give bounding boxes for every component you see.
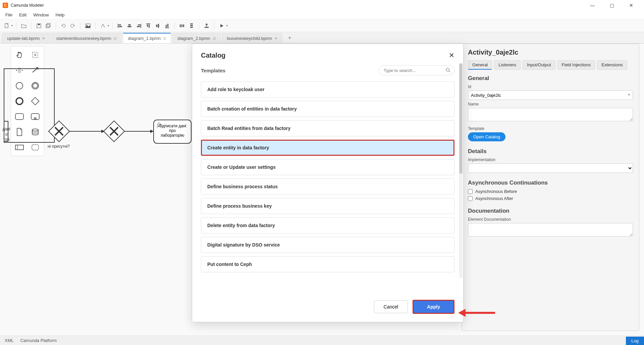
- log-button[interactable]: Log: [626, 337, 644, 345]
- minimize-button[interactable]: —: [586, 1, 599, 10]
- close-button[interactable]: ✕: [625, 1, 638, 10]
- tab-bussineskeychild[interactable]: bussineskeychild.bpmn×: [222, 33, 282, 43]
- align-right-icon[interactable]: [135, 22, 143, 30]
- maximize-button[interactable]: ▢: [605, 1, 619, 10]
- align-bottom-icon[interactable]: [163, 22, 171, 30]
- start-event-icon[interactable]: [13, 79, 26, 92]
- separator: [95, 22, 96, 29]
- search-input[interactable]: [379, 65, 454, 75]
- svg-rect-26: [181, 24, 182, 27]
- svg-point-58: [157, 123, 161, 126]
- save-all-icon[interactable]: [44, 22, 52, 30]
- xml-view-button[interactable]: XML: [5, 338, 14, 343]
- save-icon[interactable]: [35, 22, 43, 30]
- new-file-icon[interactable]: [3, 22, 11, 30]
- open-file-icon[interactable]: [20, 22, 28, 30]
- tab-listeners[interactable]: Listeners: [494, 60, 521, 70]
- file-tabs: update-lab.bpmn× starteventbussineskey.b…: [0, 32, 644, 44]
- template-item[interactable]: Digital signature by DSO service: [201, 237, 454, 253]
- menu-help[interactable]: Help: [52, 11, 68, 18]
- menu-file[interactable]: File: [2, 11, 16, 18]
- group-icon[interactable]: [29, 141, 42, 154]
- connect-tool-icon[interactable]: [29, 64, 42, 77]
- template-item[interactable]: Create or Update user settings: [201, 159, 454, 175]
- modal-body: Templates Add role to keycloak userBatch…: [192, 63, 463, 294]
- gateway-icon[interactable]: [29, 95, 42, 108]
- align-left-icon[interactable]: [116, 22, 124, 30]
- template-item[interactable]: Define process business key: [201, 198, 454, 214]
- svg-rect-44: [34, 118, 36, 119]
- pool-icon[interactable]: [13, 141, 26, 154]
- distribute-h-icon[interactable]: [178, 22, 186, 30]
- template-item[interactable]: Delete entity from data factory: [201, 217, 454, 233]
- async-after-row[interactable]: Asynchronous After: [468, 196, 633, 201]
- close-icon[interactable]: ✕: [449, 51, 454, 59]
- svg-text:Підписати дані: Підписати дані: [159, 124, 186, 128]
- lasso-tool-icon[interactable]: [29, 49, 42, 61]
- caret-icon[interactable]: ▾: [226, 24, 228, 27]
- id-label: Id: [468, 84, 633, 89]
- window-controls: — ▢ ✕: [586, 1, 641, 10]
- apply-button[interactable]: Apply: [413, 300, 454, 314]
- close-icon[interactable]: ×: [43, 36, 45, 41]
- id-input[interactable]: [468, 90, 633, 100]
- data-store-icon[interactable]: [29, 126, 42, 138]
- new-tab-button[interactable]: +: [283, 32, 296, 43]
- open-catalog-button[interactable]: Open Catalog: [468, 132, 505, 141]
- svg-rect-25: [180, 24, 181, 27]
- task-icon[interactable]: [13, 110, 26, 123]
- image-icon[interactable]: [84, 22, 92, 30]
- async-after-checkbox[interactable]: [468, 196, 473, 201]
- svg-rect-9: [119, 26, 122, 27]
- template-item[interactable]: Batch Read entities from data factory: [201, 120, 454, 136]
- redo-icon[interactable]: [69, 22, 77, 30]
- undo-icon[interactable]: [59, 22, 67, 30]
- align-center-v-icon[interactable]: [154, 22, 162, 30]
- hand-tool-icon[interactable]: [13, 49, 26, 61]
- distribute-v-icon[interactable]: [187, 22, 196, 30]
- caret-icon[interactable]: ▾: [108, 24, 109, 27]
- end-event-icon[interactable]: [13, 95, 26, 108]
- subprocess-icon[interactable]: [29, 110, 42, 123]
- data-object-icon[interactable]: [13, 126, 26, 138]
- intermediate-event-icon[interactable]: [29, 79, 42, 92]
- tab-general[interactable]: General: [468, 60, 492, 70]
- tab-update-lab[interactable]: update-lab.bpmn×: [2, 33, 50, 43]
- tab-field-injections[interactable]: Field Injections: [557, 60, 595, 70]
- cancel-button[interactable]: Cancel: [374, 300, 408, 313]
- tab-startevent[interactable]: starteventbussineskey.bpmn: [51, 33, 122, 43]
- template-item[interactable]: Put content to Ceph: [201, 256, 454, 272]
- separator: [56, 22, 56, 29]
- name-input[interactable]: [468, 108, 633, 121]
- scrollbar-thumb[interactable]: [459, 63, 463, 174]
- space-tool-icon[interactable]: [13, 64, 26, 77]
- template-item[interactable]: Batch creation of entities in data facto…: [201, 101, 454, 117]
- separator: [174, 22, 175, 29]
- workspace: Підписати дані про лабораторію даніотор …: [0, 44, 644, 336]
- implementation-select[interactable]: [468, 163, 633, 173]
- deploy-icon[interactable]: [203, 22, 211, 30]
- menu-edit[interactable]: Edit: [16, 11, 30, 18]
- align-top-icon[interactable]: [144, 22, 152, 30]
- svg-point-37: [16, 82, 23, 89]
- play-icon[interactable]: [218, 22, 226, 30]
- template-item[interactable]: Create entity in data factory: [201, 140, 454, 156]
- tab-io[interactable]: Input/Output: [523, 60, 555, 70]
- tab-diagram-1[interactable]: diagram_1.bpmn: [123, 33, 171, 43]
- element-doc-input[interactable]: [468, 223, 633, 236]
- clear-icon[interactable]: ×: [628, 92, 630, 97]
- template-item[interactable]: Add role to keycloak user: [201, 81, 454, 97]
- async-before-checkbox[interactable]: [468, 189, 473, 194]
- menu-window[interactable]: Window: [30, 11, 52, 18]
- align-center-h-icon[interactable]: [125, 22, 133, 30]
- template-item[interactable]: Define business process status: [201, 179, 454, 195]
- tab-extensions[interactable]: Extensions: [597, 60, 627, 70]
- svg-rect-1: [37, 24, 41, 28]
- highlight-icon[interactable]: [99, 22, 107, 30]
- scrollbar[interactable]: [459, 63, 463, 278]
- svg-point-38: [32, 82, 39, 89]
- tab-diagram-2[interactable]: diagram_2.bpmn: [172, 33, 221, 43]
- async-before-row[interactable]: Asynchronous Before: [468, 189, 633, 194]
- caret-icon[interactable]: ▾: [11, 24, 13, 27]
- close-icon[interactable]: ×: [275, 36, 277, 41]
